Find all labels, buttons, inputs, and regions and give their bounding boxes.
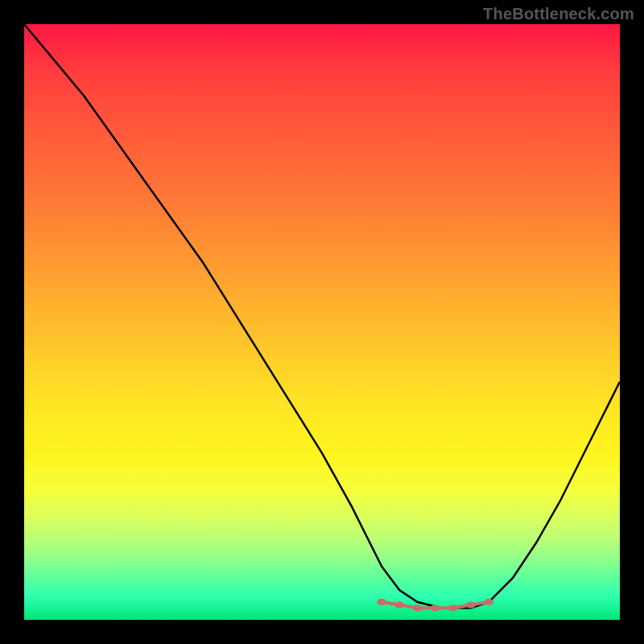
optimal-marker (377, 599, 386, 605)
optimal-marker (484, 599, 493, 605)
chart-frame: TheBottleneck.com (0, 0, 644, 644)
optimal-marker (466, 602, 476, 609)
optimal-marker (448, 605, 458, 611)
plot-area (24, 24, 620, 620)
watermark-text: TheBottleneck.com (483, 5, 634, 23)
optimal-marker (431, 605, 440, 611)
optimal-range-markers (377, 599, 493, 611)
bottleneck-curve (24, 24, 620, 608)
curve-svg (24, 24, 620, 620)
optimal-marker (394, 602, 404, 609)
optimal-marker (412, 605, 422, 611)
